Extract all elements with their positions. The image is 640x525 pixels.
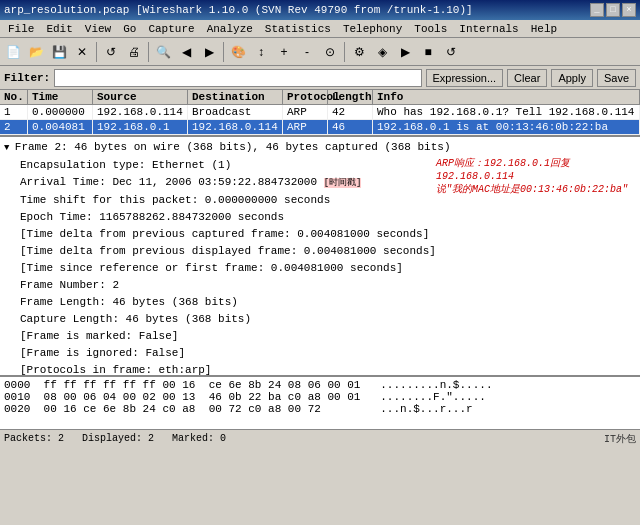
menu-help[interactable]: Help <box>525 22 563 36</box>
packet-protocol: ARP <box>283 120 328 134</box>
menu-analyze[interactable]: Analyze <box>201 22 259 36</box>
menu-file[interactable]: File <box>2 22 40 36</box>
toolbar-separator-3 <box>223 42 224 62</box>
status-watermark: IT外包 <box>604 432 636 446</box>
prev-button[interactable]: ◀ <box>175 41 197 63</box>
reload-button[interactable]: ↺ <box>100 41 122 63</box>
filter-label: Filter: <box>4 72 50 84</box>
col-header-time: Time <box>28 90 93 104</box>
menu-internals[interactable]: Internals <box>453 22 524 36</box>
tree-item-delta-cap: [Time delta from previous captured frame… <box>4 226 636 243</box>
new-capture-button[interactable]: 📄 <box>2 41 24 63</box>
tree-item-frame[interactable]: Frame 2: 46 bytes on wire (368 bits), 46… <box>4 139 636 157</box>
colorize-button[interactable]: 🎨 <box>227 41 249 63</box>
menu-telephony[interactable]: Telephony <box>337 22 408 36</box>
menu-bar: File Edit View Go Capture Analyze Statis… <box>0 20 640 38</box>
print-button[interactable]: 🖨 <box>123 41 145 63</box>
status-packets: Packets: 2 Displayed: 2 Marked: 0 <box>4 433 226 444</box>
expression-button[interactable]: Expression... <box>426 69 504 87</box>
packet-list-header: No. Time Source Destination Protocol Len… <box>0 90 640 105</box>
packet-destination: Broadcast <box>188 105 283 119</box>
hex-line-2: 0010 08 00 06 04 00 02 00 13 46 0b 22 ba… <box>4 391 636 403</box>
packet-protocol: ARP <box>283 105 328 119</box>
capture-options-button[interactable]: ◈ <box>371 41 393 63</box>
menu-view[interactable]: View <box>79 22 117 36</box>
packet-no: 2 <box>0 120 28 134</box>
packet-no: 1 <box>0 105 28 119</box>
packet-length: 46 <box>328 120 373 134</box>
col-header-info: Info <box>373 90 640 104</box>
tree-item-since-ref: [Time since reference or first frame: 0.… <box>4 260 636 277</box>
toolbar-separator-2 <box>148 42 149 62</box>
tree-item-frame-num: Frame Number: 2 <box>4 277 636 294</box>
packet-time: 0.000000 <box>28 105 93 119</box>
tree-item-ignored: [Frame is ignored: False] <box>4 345 636 362</box>
filter-bar: Filter: Expression... Clear Apply Save <box>0 66 640 90</box>
packet-length: 42 <box>328 105 373 119</box>
col-header-destination: Destination <box>188 90 283 104</box>
table-row[interactable]: 2 0.004081 192.168.0.1 192.168.0.114 ARP… <box>0 120 640 135</box>
col-header-protocol: Protocol <box>283 90 328 104</box>
hex-line-1: 0000 ff ff ff ff ff ff 00 16 ce 6e 8b 24… <box>4 379 636 391</box>
status-bar: Packets: 2 Displayed: 2 Marked: 0 IT外包 <box>0 429 640 447</box>
packet-source: 192.168.0.1 <box>93 120 188 134</box>
auto-scroll-button[interactable]: ↕ <box>250 41 272 63</box>
zoom-in-button[interactable]: + <box>273 41 295 63</box>
maximize-button[interactable]: □ <box>606 3 620 17</box>
tree-item-protocols: [Protocols in frame: eth:arp] <box>4 362 636 377</box>
col-header-no: No. <box>0 90 28 104</box>
zoom-out-button[interactable]: - <box>296 41 318 63</box>
packet-info: 192.168.0.1 is at 00:13:46:0b:22:ba <box>373 120 640 134</box>
title-bar: arp_resolution.pcap [Wireshark 1.10.0 (S… <box>0 0 640 20</box>
close-capture-button[interactable]: ✕ <box>71 41 93 63</box>
detail-area[interactable]: ARP响应：192.168.0.1回复192.168.0.114说"我的MAC地… <box>0 137 640 377</box>
toolbar-separator-1 <box>96 42 97 62</box>
menu-statistics[interactable]: Statistics <box>259 22 337 36</box>
menu-capture[interactable]: Capture <box>142 22 200 36</box>
packet-source: 192.168.0.114 <box>93 105 188 119</box>
tree-item-epoch: Epoch Time: 1165788262.884732000 seconds <box>4 209 636 226</box>
save-filter-button[interactable]: Save <box>597 69 636 87</box>
packet-list: No. Time Source Destination Protocol Len… <box>0 90 640 137</box>
find-button[interactable]: 🔍 <box>152 41 174 63</box>
tree-item-delta-disp: [Time delta from previous displayed fram… <box>4 243 636 260</box>
tree-item-cap-len: Capture Length: 46 bytes (368 bits) <box>4 311 636 328</box>
window-title: arp_resolution.pcap [Wireshark 1.10.0 (S… <box>4 4 590 16</box>
capture-interfaces-button[interactable]: ⚙ <box>348 41 370 63</box>
hex-line-3: 0020 00 16 ce 6e 8b 24 c0 a8 00 72 c0 a8… <box>4 403 636 415</box>
minimize-button[interactable]: _ <box>590 3 604 17</box>
toolbar: 📄 📂 💾 ✕ ↺ 🖨 🔍 ◀ ▶ 🎨 ↕ + - ⊙ ⚙ ◈ ▶ ■ ↺ <box>0 38 640 66</box>
menu-tools[interactable]: Tools <box>408 22 453 36</box>
stop-capture-button[interactable]: ■ <box>417 41 439 63</box>
tree-item-frame-len: Frame Length: 46 bytes (368 bits) <box>4 294 636 311</box>
filter-input[interactable] <box>54 69 421 87</box>
save-button[interactable]: 💾 <box>48 41 70 63</box>
menu-go[interactable]: Go <box>117 22 142 36</box>
next-button[interactable]: ▶ <box>198 41 220 63</box>
col-header-length: Length <box>328 90 373 104</box>
open-button[interactable]: 📂 <box>25 41 47 63</box>
annotation-arp-reply: ARP响应：192.168.0.1回复192.168.0.114说"我的MAC地… <box>436 157 636 196</box>
packet-time: 0.004081 <box>28 120 93 134</box>
hex-area: 0000 ff ff ff ff ff ff 00 16 ce 6e 8b 24… <box>0 377 640 429</box>
packet-destination: 192.168.0.114 <box>188 120 283 134</box>
close-button[interactable]: × <box>622 3 636 17</box>
table-row[interactable]: 1 0.000000 192.168.0.114 Broadcast ARP 4… <box>0 105 640 120</box>
restart-capture-button[interactable]: ↺ <box>440 41 462 63</box>
apply-button[interactable]: Apply <box>551 69 593 87</box>
clear-button[interactable]: Clear <box>507 69 547 87</box>
col-header-source: Source <box>93 90 188 104</box>
toolbar-separator-4 <box>344 42 345 62</box>
start-capture-button[interactable]: ▶ <box>394 41 416 63</box>
tree-item-marked: [Frame is marked: False] <box>4 328 636 345</box>
packet-info: Who has 192.168.0.1? Tell 192.168.0.114 <box>373 105 640 119</box>
menu-edit[interactable]: Edit <box>40 22 78 36</box>
zoom-reset-button[interactable]: ⊙ <box>319 41 341 63</box>
window-controls[interactable]: _ □ × <box>590 3 636 17</box>
